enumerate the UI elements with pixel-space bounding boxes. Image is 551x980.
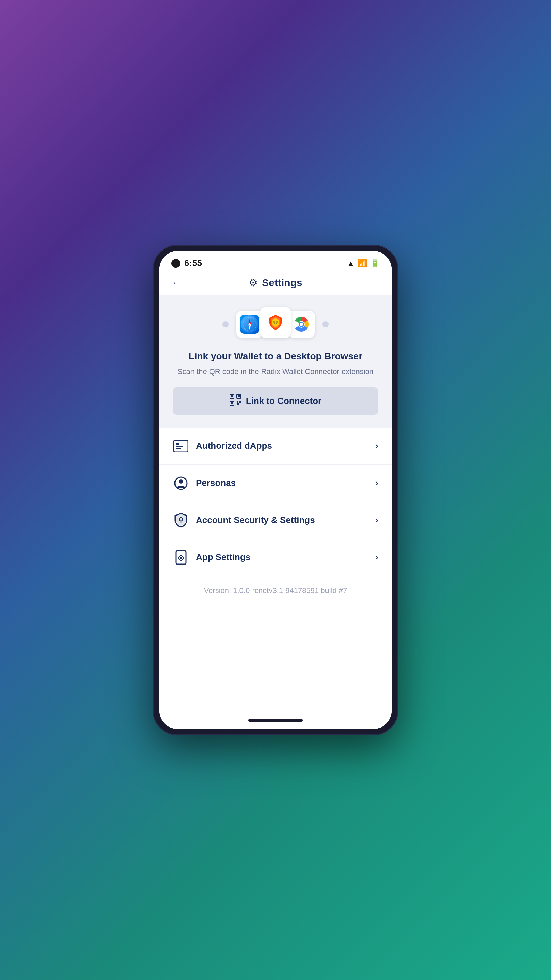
wifi-icon: ▲ xyxy=(347,259,354,268)
safari-browser-icon xyxy=(240,315,259,334)
svg-rect-34 xyxy=(181,555,182,556)
account-security-label: Account Security & Settings xyxy=(196,515,368,525)
page-title-wrap: ⚙ Settings xyxy=(249,277,302,288)
link-connector-label: Link to Connector xyxy=(246,396,321,406)
menu-item-account-security[interactable]: Account Security & Settings › xyxy=(159,502,392,539)
status-left: 6:55 xyxy=(171,258,202,269)
dapps-icon xyxy=(173,438,189,454)
authorized-dapps-label: Authorized dApps xyxy=(196,441,368,451)
svg-rect-36 xyxy=(178,557,179,558)
svg-rect-25 xyxy=(176,446,183,447)
dot-left xyxy=(222,321,229,327)
svg-rect-19 xyxy=(231,402,233,404)
svg-rect-26 xyxy=(176,448,181,449)
app-header: ← ⚙ Settings xyxy=(159,272,392,295)
safari-icon-wrapper xyxy=(236,311,263,338)
personas-chevron-icon: › xyxy=(375,478,378,488)
dot-right xyxy=(322,321,329,327)
svg-point-4 xyxy=(249,323,251,325)
browser-section-subtitle: Scan the QR code in the Radix Wallet Con… xyxy=(178,366,373,377)
brave-browser-icon xyxy=(265,312,286,334)
back-button[interactable]: ← xyxy=(171,277,181,288)
personas-label: Personas xyxy=(196,478,368,488)
page-title: Settings xyxy=(262,277,302,288)
browser-link-section: Link your Wallet to a Desktop Browser Sc… xyxy=(159,295,392,428)
svg-rect-37 xyxy=(183,557,184,558)
home-indicator xyxy=(159,712,392,729)
qr-icon xyxy=(230,394,241,408)
status-bar: 6:55 ▲ 📶 🔋 xyxy=(159,251,392,272)
svg-rect-35 xyxy=(181,560,182,562)
security-icon xyxy=(173,512,189,528)
signal-icon: 📶 xyxy=(358,259,367,268)
camera-dot xyxy=(171,259,180,268)
app-settings-icon xyxy=(173,549,189,566)
svg-point-8 xyxy=(276,321,278,323)
svg-rect-22 xyxy=(237,403,239,405)
svg-rect-20 xyxy=(237,401,238,402)
content-area: Link your Wallet to a Desktop Browser Sc… xyxy=(159,295,392,712)
battery-icon: 🔋 xyxy=(370,259,380,268)
app-settings-label: App Settings xyxy=(196,552,368,563)
menu-item-app-settings[interactable]: App Settings › xyxy=(159,539,392,576)
home-bar xyxy=(248,719,303,722)
svg-point-28 xyxy=(179,479,183,484)
chrome-browser-icon xyxy=(292,315,311,334)
menu-item-personas[interactable]: Personas › xyxy=(159,465,392,502)
security-chevron-icon: › xyxy=(375,515,378,525)
settings-gear-icon: ⚙ xyxy=(249,277,258,288)
app-settings-chevron-icon: › xyxy=(375,552,378,563)
browser-section-title: Link your Wallet to a Desktop Browser xyxy=(189,351,362,362)
brave-icon-wrapper xyxy=(260,307,291,338)
browser-icons-row xyxy=(236,307,315,341)
chrome-icon-wrapper xyxy=(288,311,315,338)
svg-point-33 xyxy=(180,557,182,559)
persona-icon xyxy=(173,475,189,492)
status-time: 6:55 xyxy=(184,258,202,269)
svg-point-7 xyxy=(273,321,275,323)
svg-rect-15 xyxy=(231,395,233,398)
svg-rect-24 xyxy=(176,443,179,445)
link-connector-button[interactable]: Link to Connector xyxy=(173,387,378,415)
svg-point-6 xyxy=(272,318,279,327)
menu-item-authorized-dapps[interactable]: Authorized dApps › xyxy=(159,428,392,465)
dapps-chevron-icon: › xyxy=(375,441,378,451)
back-arrow-icon: ← xyxy=(171,277,181,288)
status-right: ▲ 📶 🔋 xyxy=(347,259,380,268)
menu-section: Authorized dApps › Personas › xyxy=(159,428,392,576)
svg-rect-21 xyxy=(239,401,241,402)
phone-shell: 6:55 ▲ 📶 🔋 ← ⚙ Settings xyxy=(153,245,398,735)
phone-screen: 6:55 ▲ 📶 🔋 ← ⚙ Settings xyxy=(159,251,392,729)
version-text: Version: 1.0.0-rcnetv3.1-94178591 build … xyxy=(159,576,392,602)
svg-point-13 xyxy=(300,323,303,326)
svg-rect-17 xyxy=(238,395,240,398)
